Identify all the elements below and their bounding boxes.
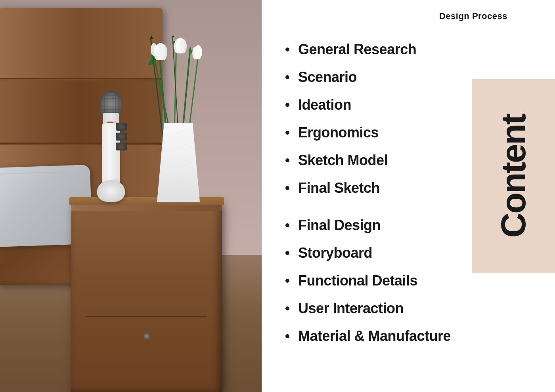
item-text-final-design: Final Design — [298, 217, 381, 234]
flower-vase — [143, 36, 214, 202]
bullet-point — [285, 223, 289, 227]
right-panel: Design Process General ResearchScenarioI… — [262, 0, 555, 392]
svg-point-15 — [159, 44, 167, 60]
item-text-final-sketch: Final Sketch — [298, 180, 380, 196]
vase — [155, 123, 202, 202]
list-item-user-interaction[interactable]: User Interaction — [285, 295, 555, 322]
bullet-point — [285, 279, 289, 283]
bullet-point — [285, 75, 289, 79]
item-text-storyboard: Storyboard — [298, 245, 372, 261]
bedroom-scene — [0, 0, 262, 392]
left-photo-panel — [0, 0, 262, 392]
bullet-point — [285, 251, 289, 255]
item-text-material-manufacture: Material & Manufacture — [298, 328, 451, 344]
svg-point-20 — [192, 47, 199, 59]
nightstand — [71, 202, 222, 392]
bullet-point — [285, 334, 289, 338]
svg-marker-11 — [150, 36, 153, 39]
bullet-point — [285, 158, 289, 162]
item-text-ergonomics: Ergonomics — [298, 124, 379, 141]
bullet-point — [285, 306, 289, 310]
content-box: Content — [472, 79, 555, 273]
svg-point-21 — [151, 43, 157, 56]
svg-point-18 — [180, 39, 187, 53]
item-text-sketch-model: Sketch Model — [298, 152, 388, 169]
bullet-point — [285, 48, 289, 51]
item-text-user-interaction: User Interaction — [298, 300, 404, 317]
list-item-material-manufacture[interactable]: Material & Manufacture — [285, 322, 555, 350]
content-vertical-text: Content — [493, 114, 534, 238]
item-text-functional-details: Functional Details — [298, 272, 417, 289]
item-text-general-research: General Research — [298, 41, 416, 58]
bullet-point — [285, 186, 289, 190]
design-process-label: Design Process — [439, 11, 507, 21]
item-text-ideation: Ideation — [298, 97, 351, 113]
item-text-scenario: Scenario — [298, 69, 357, 86]
microphone — [91, 91, 131, 202]
bullet-point — [285, 131, 289, 135]
svg-line-2 — [182, 48, 190, 135]
list-item-general-research[interactable]: General Research — [285, 36, 555, 63]
bullet-point — [285, 103, 289, 107]
